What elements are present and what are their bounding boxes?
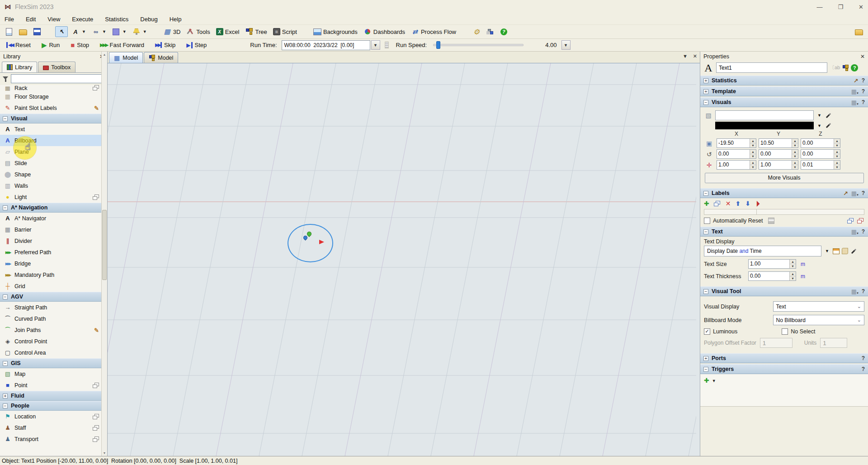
library-item-a-navigator[interactable]: AA* Navigator: [0, 213, 101, 224]
position-x-field[interactable]: -19.50▲▼: [717, 138, 756, 148]
visual-display-select[interactable]: Text⌄: [773, 301, 864, 312]
library-item-rack[interactable]: ▦Rack: [0, 85, 101, 91]
section-statistics[interactable]: +Statistics ↗?: [700, 76, 868, 85]
spinner-buttons[interactable]: ▲▼: [789, 260, 796, 268]
collapse-icon[interactable]: −: [703, 289, 708, 294]
library-item-preferred-path[interactable]: ▸▸▸Preferred Path: [0, 247, 101, 258]
tree-button[interactable]: Tree: [243, 26, 269, 37]
run-speed-dropdown[interactable]: ▼: [561, 40, 571, 50]
library-item-staff[interactable]: ♟Staff: [0, 422, 101, 433]
library-item-barrier[interactable]: ▦Barrier: [0, 224, 101, 235]
expand-icon[interactable]: +: [703, 356, 708, 361]
expand-icon[interactable]: +: [703, 89, 708, 94]
spinner-buttons[interactable]: ▲▼: [792, 150, 798, 158]
spinner-buttons[interactable]: ▲▼: [834, 150, 840, 158]
menu-file[interactable]: File: [4, 15, 15, 24]
text-thickness-field[interactable]: 0.00▲▼: [748, 271, 796, 281]
scroll-down-icon[interactable]: ▼: [102, 450, 107, 456]
menu-execute[interactable]: Execute: [71, 15, 94, 24]
model-3d-view[interactable]: [108, 63, 700, 456]
tree-view-icon[interactable]: [842, 65, 849, 71]
library-item-slide[interactable]: ▤Slide: [0, 157, 101, 169]
rotation-z-field[interactable]: 0.00▲▼: [801, 149, 840, 159]
text-display-combobox[interactable]: Display Date and Time: [704, 246, 821, 256]
library-item-mandatory-path[interactable]: ▸▸▸Mandatory Path: [0, 269, 101, 280]
viewport-tab-dropdown-icon[interactable]: ▼: [683, 53, 688, 59]
help-icon[interactable]: ?: [862, 190, 865, 196]
collapse-icon[interactable]: −: [703, 191, 708, 196]
scale-y-field[interactable]: 1.00▲▼: [759, 160, 798, 170]
collapse-icon[interactable]: −: [3, 205, 8, 210]
text-object-red-arrow[interactable]: [319, 240, 324, 244]
library-section-fluid[interactable]: +Fluid: [0, 391, 101, 401]
library-item-location[interactable]: ⚑Location: [0, 411, 101, 422]
maximize-button[interactable]: ❐: [838, 4, 843, 10]
open-folder-button[interactable]: [17, 26, 29, 37]
library-item-control-area[interactable]: ▢Control Area: [0, 347, 101, 358]
table-menu-icon[interactable]: ▦: [851, 288, 859, 295]
spinner-buttons[interactable]: ▲▼: [792, 161, 798, 169]
scroll-up-icon[interactable]: ▲: [102, 52, 107, 57]
skip-button[interactable]: Skip: [155, 42, 175, 48]
library-item-light[interactable]: ●Light: [0, 191, 101, 203]
library-item-curved-path[interactable]: ⌒Curved Path: [0, 313, 101, 324]
create-text-button[interactable]: ▼: [69, 26, 88, 37]
run-time-field[interactable]: W08:00:00 2023/3/22 [0.00]: [282, 40, 370, 50]
texture-eyedropper-icon[interactable]: [825, 112, 832, 119]
collapse-icon[interactable]: −: [703, 229, 708, 234]
copy-label-icon[interactable]: [714, 201, 720, 206]
library-item-straight-path[interactable]: →Straight Path: [0, 302, 101, 313]
help-icon[interactable]: ?: [862, 228, 865, 235]
text-size-field[interactable]: 1.00▲▼: [748, 259, 796, 269]
spinner-buttons[interactable]: ▲▼: [834, 139, 840, 147]
menu-statistics[interactable]: Statistics: [104, 15, 129, 24]
collapse-icon[interactable]: −: [3, 116, 8, 121]
reset-button[interactable]: Reset: [6, 42, 31, 48]
table-menu-icon[interactable]: ▦: [851, 228, 859, 235]
select-cursor-button[interactable]: [55, 26, 68, 37]
library-search-input[interactable]: [11, 74, 104, 83]
texture-dropdown-icon[interactable]: ▼: [816, 113, 823, 118]
library-section-gis[interactable]: −GIS: [0, 358, 101, 368]
library-item-divider[interactable]: ∥Divider: [0, 235, 101, 247]
color-swatch[interactable]: [715, 122, 814, 129]
library-item-join-paths[interactable]: ⌒Join Paths✎: [0, 324, 101, 336]
edit-window-icon[interactable]: [833, 248, 840, 254]
library-item-paint-slot-labels[interactable]: ✎Paint Slot Labels✎: [0, 102, 101, 114]
tab-toolbox[interactable]: Toolbox: [38, 62, 75, 72]
viewport-tab-close-icon[interactable]: ✕: [693, 53, 697, 59]
section-ports[interactable]: +Ports ?: [700, 353, 868, 363]
help-button[interactable]: [498, 27, 509, 37]
library-item-point[interactable]: ■Point: [0, 380, 101, 391]
light-button[interactable]: ▼: [130, 26, 149, 37]
stop-button[interactable]: Stop: [71, 41, 89, 49]
expand-icon[interactable]: +: [3, 394, 8, 399]
run-speed-slider-handle[interactable]: [436, 41, 440, 49]
pin-statistics-icon[interactable]: ↗: [854, 77, 859, 84]
table-menu-icon[interactable]: ▦: [851, 88, 859, 95]
help-icon[interactable]: [851, 64, 858, 71]
help-icon[interactable]: ?: [862, 288, 865, 294]
library-item-plane[interactable]: ▱Plane: [0, 146, 101, 157]
library-item-floor-storage[interactable]: ▦Floor Storage: [0, 91, 101, 102]
run-button[interactable]: Run: [42, 41, 60, 49]
collapse-icon[interactable]: −: [3, 403, 8, 408]
library-scrollbar[interactable]: ▲ ▼: [101, 52, 107, 456]
rotation-y-field[interactable]: 0.00▲▼: [759, 149, 798, 159]
gear-button[interactable]: [470, 26, 483, 37]
step-button[interactable]: Step: [186, 42, 207, 48]
section-text[interactable]: −Text ▦?: [700, 227, 868, 237]
spinner-buttons[interactable]: ▲▼: [750, 139, 756, 147]
texture-combobox[interactable]: [715, 110, 814, 120]
library-item-control-point[interactable]: ◈Control Point: [0, 336, 101, 347]
add-label-icon[interactable]: ✚: [704, 200, 709, 207]
collapse-icon[interactable]: −: [703, 100, 708, 105]
add-trigger-icon[interactable]: ✚: [704, 377, 709, 384]
menu-help[interactable]: Help: [169, 15, 183, 24]
fill-color-button[interactable]: ▼: [110, 26, 129, 37]
library-item-bridge[interactable]: ▸▸▸Bridge: [0, 258, 101, 269]
library-item-map[interactable]: ▧Map: [0, 368, 101, 380]
automatically-reset-checkbox[interactable]: [704, 218, 710, 224]
spinner-buttons[interactable]: ▲▼: [834, 161, 840, 169]
close-button[interactable]: ✕: [859, 4, 863, 10]
